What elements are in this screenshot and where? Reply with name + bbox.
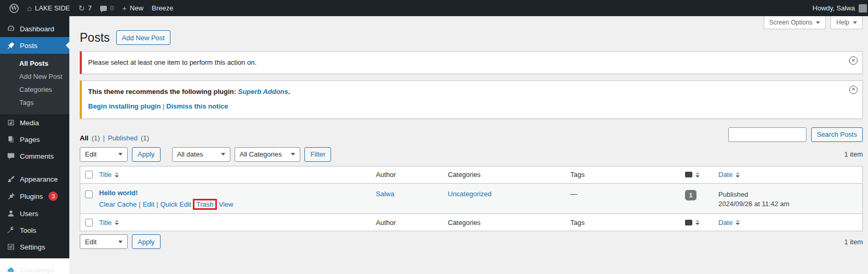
categories-filter-select[interactable]: All Categories (235, 147, 301, 162)
screen-options-label: Screen Options (769, 19, 813, 26)
view-link[interactable]: View (218, 200, 233, 208)
dismiss-this-notice-link[interactable]: Dismiss this notice (166, 102, 228, 110)
search-posts-button[interactable]: Search Posts (811, 127, 863, 142)
screen-options-button[interactable]: Screen Options (764, 16, 826, 29)
sidebar-item-cloudways-migrate[interactable]: Cloudways Migrate (0, 261, 63, 274)
sort-arrows-icon (115, 172, 119, 177)
chevron-down-icon (291, 153, 295, 156)
sort-arrows-icon (115, 220, 119, 225)
sort-arrows-icon (695, 172, 700, 177)
submenu-all-posts[interactable]: All Posts (0, 57, 69, 70)
column-header-title[interactable]: Title (99, 171, 376, 178)
comment-bubble-icon (685, 220, 692, 225)
category-link[interactable]: Uncategorized (448, 190, 492, 198)
date-cell: Published 2024/09/26 at 11:42 am (718, 189, 862, 210)
posts-table: Title Author Categories Tags Date (80, 166, 863, 232)
column-footer-date[interactable]: Date (718, 219, 862, 227)
search-posts-input[interactable] (728, 127, 806, 142)
submenu-tags[interactable]: Tags (0, 96, 69, 109)
sort-arrows-icon (736, 220, 740, 225)
sidebar-label: Settings (20, 243, 45, 251)
sort-arrows-icon (736, 172, 740, 177)
sidebar-label: Pages (20, 136, 40, 144)
breeze-label: Breeze (152, 4, 173, 12)
sidebar-item-appearance[interactable]: Appearance (0, 171, 69, 187)
plugin-notice-text: This theme recommends the following plug… (88, 88, 238, 96)
comments-icon (6, 152, 15, 160)
column-header-label: Title (99, 219, 112, 227)
sidebar-item-comments[interactable]: Comments (0, 148, 69, 164)
dismiss-notice-icon[interactable]: ✕ (849, 86, 858, 94)
bulk-action-select[interactable]: Edit (80, 147, 128, 162)
select-all-checkbox[interactable] (85, 219, 93, 227)
error-notice: Please select at least one item to perfo… (80, 51, 863, 74)
post-title-link[interactable]: Hello world! (99, 189, 138, 197)
submenu-categories[interactable]: Categories (0, 83, 69, 96)
sidebar-item-users[interactable]: Users (0, 205, 69, 222)
sidebar-label: Tools (20, 227, 36, 234)
sidebar-label: Posts (20, 42, 38, 50)
submenu-add-new-post[interactable]: Add New Post (0, 70, 69, 83)
admin-bar: W ⌂ LAKE SIDE ↻ 7 0 + New Breeze Howdy, … (0, 0, 868, 16)
categories-filter-value: All Categories (240, 150, 282, 158)
column-header-author: Author (376, 171, 448, 178)
column-header-date[interactable]: Date (718, 171, 862, 178)
sidebar-label: Appearance (20, 175, 58, 183)
breeze-menu[interactable]: Breeze (148, 0, 177, 16)
site-name-link[interactable]: ⌂ LAKE SIDE (23, 0, 74, 16)
sidebar-item-posts[interactable]: Posts (0, 37, 69, 54)
view-all-count: (1) (92, 134, 100, 142)
clear-cache-link[interactable]: Clear Cache (99, 200, 137, 208)
author-link[interactable]: Salwa (376, 190, 394, 198)
begin-installing-plugin-link[interactable]: Begin installing plugin (88, 102, 161, 110)
sidebar-item-pages[interactable]: Pages (0, 131, 69, 148)
sidebar-label: Plugins (20, 193, 43, 200)
apply-button[interactable]: Apply (132, 147, 161, 162)
dismiss-notice-icon[interactable]: ✕ (849, 56, 858, 65)
sidebar-item-media[interactable]: Media (0, 114, 69, 131)
quick-edit-link[interactable]: Quick Edit (160, 200, 191, 208)
sidebar-item-tools[interactable]: Tools (0, 222, 69, 239)
column-footer-title[interactable]: Title (99, 219, 376, 227)
apply-button-bottom[interactable]: Apply (132, 234, 161, 249)
view-all-link[interactable]: All (80, 134, 89, 142)
new-label: New (130, 4, 143, 12)
sort-arrows-icon (695, 220, 700, 225)
plugins-plug-icon (6, 192, 15, 200)
filter-button[interactable]: Filter (304, 147, 331, 162)
sidebar-item-settings[interactable]: Settings (0, 239, 69, 255)
plugin-notice-suffix: . (288, 88, 290, 96)
column-header-comments[interactable] (685, 172, 718, 177)
edit-link[interactable]: Edit (143, 200, 154, 208)
comment-count-bubble[interactable]: 1 (685, 190, 696, 200)
posts-submenu: All Posts Add New Post Categories Tags (0, 54, 69, 114)
column-footer-author: Author (376, 219, 448, 227)
pages-icon (6, 135, 15, 144)
trash-link[interactable]: Trash (197, 200, 214, 208)
sidebar-item-dashboard[interactable]: Dashboard (0, 20, 69, 37)
wordpress-menu[interactable]: W (5, 0, 23, 16)
posts-pin-icon (6, 41, 15, 50)
comment-bubble-icon (100, 6, 107, 11)
updates-link[interactable]: ↻ 7 (74, 0, 96, 16)
sidebar-label: Media (20, 119, 39, 127)
cloud-icon (6, 266, 15, 274)
bulk-action-select-bottom[interactable]: Edit (80, 234, 128, 249)
avatar[interactable] (859, 4, 867, 13)
chevron-down-icon (853, 21, 857, 24)
new-content-menu[interactable]: + New (118, 0, 148, 16)
help-button[interactable]: Help (830, 16, 863, 29)
row-checkbox[interactable] (85, 190, 93, 198)
plugins-update-badge: 3 (48, 192, 58, 201)
dates-filter-select[interactable]: All dates (172, 147, 230, 162)
superb-addons-link[interactable]: Superb Addons (238, 88, 288, 96)
sidebar-item-plugins[interactable]: Plugins 3 (0, 187, 69, 205)
column-footer-comments[interactable] (685, 220, 718, 225)
post-status: Published (718, 190, 862, 200)
comments-link[interactable]: 0 (96, 0, 118, 16)
comment-count: 0 (110, 4, 114, 12)
add-new-post-button[interactable]: Add New Post (116, 30, 170, 45)
view-published-link[interactable]: Published (108, 134, 138, 142)
select-all-checkbox[interactable] (85, 171, 93, 178)
howdy-account-link[interactable]: Howdy, Salwa (813, 4, 855, 12)
